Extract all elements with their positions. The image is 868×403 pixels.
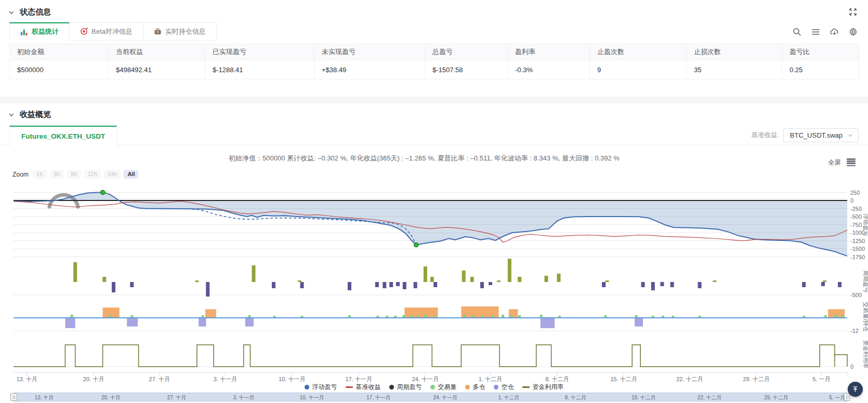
zoom-button-all[interactable]: All — [124, 170, 138, 179]
legend-marker — [522, 386, 530, 388]
profit-overview-section: 收益概览 Futures_OKX.ETH_USDT 基准收益: BTC_USDT… — [0, 103, 868, 403]
svg-text:-750: -750 — [850, 222, 862, 228]
expand-icon[interactable] — [848, 7, 858, 17]
series-period-pnl — [73, 259, 841, 297]
zoom-button-1h[interactable]: 1h — [33, 170, 47, 179]
navigator-date-label: 27. 十月 — [167, 394, 187, 401]
legend-item-浮动盈亏[interactable]: 浮动盈亏 — [305, 383, 337, 392]
svg-text:-1000: -1000 — [850, 230, 865, 236]
legend-item-资金利用率[interactable]: 资金利用率 — [522, 383, 564, 392]
tab-realtime-positions[interactable]: 实时持仓信息 — [143, 22, 217, 41]
tab-equity-stats[interactable]: 权益统计 — [9, 22, 70, 41]
x-axis-label: 10. 十一月 — [279, 376, 305, 382]
bar-chart-icon — [20, 28, 28, 36]
col-header: 止损次数 — [687, 44, 782, 60]
profit-chart[interactable]: 2500-250-500-750-1000-1250-1500-1750-500… — [0, 180, 868, 382]
navigator-date-label: 1. 十二月 — [498, 394, 519, 401]
navigator-date-label: 13. 十月 — [35, 394, 54, 401]
series-utilization — [14, 345, 847, 367]
navigator-date-label: 10. 十一月 — [300, 394, 324, 401]
cell-value: 35 — [687, 60, 782, 79]
legend-item-交易量[interactable]: 交易量 — [430, 383, 457, 392]
chevron-down-icon[interactable] — [8, 9, 15, 16]
table-row: $500000$498492.41$-1288.41+$38.49$-1507.… — [10, 60, 859, 79]
legend-marker — [305, 385, 309, 389]
col-header: 未实现盈亏 — [314, 44, 425, 60]
status-info-section: 状态信息 权益统计Beta对冲信息实时持仓信息 初始金额当前权益已实现盈亏未实现… — [0, 0, 868, 97]
legend-item-基准收益[interactable]: 基准收益 — [346, 383, 381, 392]
zoom-button-3h[interactable]: 3h — [50, 170, 64, 179]
benchmark-value: BTC_USDT.swap — [790, 131, 843, 139]
x-axis-label: 24. 十一月 — [412, 376, 439, 382]
y-axis-title: 周期盈亏 — [863, 270, 868, 293]
chart-subtitle: 初始净值：500000 累计收益: –0.302 %, 年化收益(365天) :… — [14, 154, 835, 163]
legend-item-多仓[interactable]: 多仓 — [465, 383, 485, 392]
status-section-title: 状态信息 — [20, 7, 51, 17]
chart-fullscreen-button[interactable]: 全屏 — [828, 158, 841, 167]
y-axis-title: 资金利用率 — [863, 340, 868, 369]
equity-stats-table: 初始金额当前权益已实现盈亏未实现盈亏总盈亏盈利率止盈次数止损次数盈亏比 $500… — [9, 44, 859, 79]
y-axis-title: 交易量/持仓 — [863, 302, 868, 332]
legend-marker — [465, 385, 470, 389]
navigator-date-label: 5. 一月 — [829, 394, 845, 401]
x-axis-label: 3. 十一月 — [214, 376, 237, 382]
zoom-button-12h[interactable]: 12h — [84, 170, 101, 179]
navigator-date-label: 15. 十二月 — [632, 394, 656, 401]
navigator-date-label: 20. 十月 — [101, 394, 121, 401]
x-axis-label: 20. 十月 — [83, 376, 104, 382]
tab-beta-hedge[interactable]: Beta对冲信息 — [70, 22, 143, 41]
cloud-download-icon[interactable] — [830, 28, 839, 36]
benchmark-select[interactable]: BTC_USDT.swap — [783, 128, 859, 142]
chart-legend: 浮动盈亏基准收益周期盈亏交易量多仓空仓资金利用率 — [0, 383, 868, 392]
x-axis-label: 27. 十月 — [149, 376, 170, 382]
svg-text:-1500: -1500 — [850, 246, 865, 252]
x-axis-label: 1. 十二月 — [479, 376, 502, 382]
navigator-date-label: 3. 十一月 — [233, 394, 254, 401]
cell-value: -0.3% — [508, 60, 590, 79]
svg-text:-500: -500 — [850, 292, 862, 298]
tab-futures-okx-eth-usdt[interactable]: Futures_OKX.ETH_USDT — [9, 126, 117, 145]
y-axis-title: 浮动盈亏 — [863, 213, 868, 236]
overview-section-title: 收益概览 — [20, 110, 51, 119]
legend-item-空仓[interactable]: 空仓 — [494, 383, 514, 392]
navigator-date-label: 24. 十一月 — [433, 394, 457, 401]
svg-text:-12: -12 — [850, 328, 859, 334]
x-axis-label: 5. 一月 — [812, 376, 830, 382]
col-header: 初始金额 — [10, 44, 109, 60]
zoom-button-8h[interactable]: 8h — [67, 170, 81, 179]
zoom-button-24h[interactable]: 24h — [104, 170, 121, 179]
navigator-date-label: 22. 十二月 — [698, 394, 722, 401]
cell-value: 9 — [590, 60, 687, 79]
briefcase-icon — [154, 28, 162, 35]
chevron-down-icon — [848, 133, 853, 138]
legend-marker — [494, 385, 498, 389]
x-axis-label: 22. 十二月 — [676, 376, 703, 382]
svg-text:-1250: -1250 — [850, 238, 865, 244]
cell-value: 0.25 — [782, 60, 859, 79]
cell-value: $-1288.41 — [205, 60, 314, 79]
chart-navigator[interactable]: 13. 十月20. 十月27. 十月3. 十一月10. 十一月17. 十一月24… — [14, 393, 847, 401]
x-axis-label: 8. 十二月 — [545, 376, 569, 382]
table-toolbar — [793, 28, 858, 36]
x-axis-label: 17. 十一月 — [345, 376, 372, 382]
cell-value: $498492.41 — [109, 60, 205, 79]
benchmark-label: 基准收益: — [751, 131, 779, 140]
benchmark-control: 基准收益: BTC_USDT.swap — [751, 128, 859, 142]
menu-icon[interactable] — [811, 28, 820, 36]
settings-icon[interactable] — [849, 28, 858, 36]
series-positions — [65, 306, 845, 328]
cell-value: $-1507.58 — [425, 60, 508, 79]
navigator-date-label: 29. 十二月 — [764, 394, 788, 401]
legend-marker — [389, 385, 394, 389]
legend-marker — [346, 386, 353, 388]
table-header-row: 初始金额当前权益已实现盈亏未实现盈亏总盈亏盈利率止盈次数止损次数盈亏比 — [10, 44, 859, 60]
search-icon[interactable] — [793, 28, 801, 36]
cell-value: $500000 — [10, 60, 109, 79]
chevron-down-icon[interactable] — [8, 112, 15, 118]
legend-item-周期盈亏[interactable]: 周期盈亏 — [389, 383, 422, 392]
chart-context-menu-icon[interactable] — [847, 158, 856, 166]
target-icon — [80, 28, 88, 35]
back-to-top-button[interactable] — [848, 382, 863, 397]
navigator-date-label: 8. 十二月 — [565, 394, 586, 401]
navigator-left-handle[interactable] — [10, 393, 17, 401]
